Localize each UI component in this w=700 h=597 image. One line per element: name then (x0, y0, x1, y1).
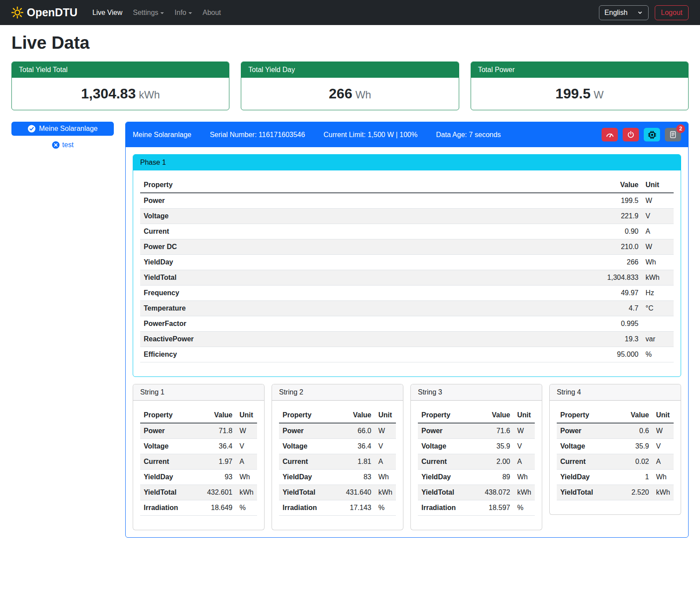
table-header-row: Property Value Unit (557, 408, 674, 423)
column-header-value: Value (341, 408, 375, 423)
summary-cards: Total Yield Total 1,304.83kWh Total Yiel… (11, 62, 689, 110)
property-value: 95.000 (585, 347, 642, 362)
property-unit: Wh (642, 255, 674, 270)
property-name: Current (140, 224, 585, 239)
table-row: Power 0.6 W (557, 423, 674, 439)
table-row: Irradiation 18.597 % (418, 500, 535, 516)
string-card-title: String 3 (411, 384, 542, 401)
property-name: Current (557, 454, 618, 470)
summary-card-value: 199.5 (555, 86, 591, 101)
column-header-property: Property (279, 408, 341, 423)
caret-down-icon (160, 12, 164, 14)
property-value: 89 (479, 470, 514, 485)
property-unit: kWh (653, 485, 674, 500)
property-value: 49.97 (585, 286, 642, 301)
summary-card-value: 266 (329, 86, 352, 101)
logout-button[interactable]: Logout (655, 5, 689, 20)
property-value: 71.6 (479, 423, 514, 439)
property-unit: kWh (375, 485, 396, 500)
nav-live-view[interactable]: Live View (88, 5, 127, 20)
column-header-unit: Unit (236, 408, 257, 423)
page-title: Live Data (11, 33, 689, 53)
property-name: Power DC (140, 239, 585, 255)
property-value: 1,304.833 (585, 270, 642, 286)
summary-card-total-yield-day: Total Yield Day 266Wh (241, 62, 459, 110)
property-unit: V (653, 439, 674, 454)
limit-settings-button[interactable] (602, 128, 618, 141)
property-value: 1.97 (202, 454, 236, 470)
property-unit: % (236, 500, 257, 516)
property-name: YieldDay (140, 470, 202, 485)
inverter-card: Meine Solaranlage Serial Number: 1161716… (125, 122, 689, 538)
power-button[interactable] (623, 128, 639, 141)
property-value: 1 (618, 470, 653, 485)
phase-table: Property Value Unit Power (140, 177, 674, 362)
property-unit: A (236, 454, 257, 470)
property-unit: W (642, 239, 674, 255)
property-value: 66.0 (341, 423, 375, 439)
language-selected-label: English (605, 9, 627, 17)
property-unit: W (514, 423, 535, 439)
journal-icon (669, 131, 677, 138)
inverter-select-test[interactable]: test (11, 141, 114, 149)
property-unit: Wh (653, 470, 674, 485)
table-row: Power DC 210.0 W (140, 239, 674, 255)
phase-card: Phase 1 Property Value Unit (133, 154, 681, 377)
language-select[interactable]: English (599, 5, 649, 20)
table-row: YieldTotal 2.520 kWh (557, 485, 674, 500)
property-value: 0.6 (618, 423, 653, 439)
device-info-button[interactable] (644, 128, 660, 141)
summary-card-unit: W (594, 89, 604, 101)
property-name: Current (140, 454, 202, 470)
column-header-unit: Unit (653, 408, 674, 423)
property-value: 1.81 (341, 454, 375, 470)
table-row: Temperature 4.7 °C (140, 301, 674, 316)
event-count-badge: 2 (676, 124, 685, 133)
property-unit: V (642, 209, 674, 224)
property-value: 199.5 (585, 193, 642, 209)
property-name: Power (418, 423, 479, 439)
table-row: YieldDay 266 Wh (140, 255, 674, 270)
property-name: Voltage (140, 439, 202, 454)
table-row: PowerFactor 0.995 (140, 316, 674, 332)
property-value: 210.0 (585, 239, 642, 255)
sun-icon (11, 7, 23, 18)
inverter-sidebar: Meine Solaranlage test (11, 122, 114, 149)
property-name: ReactivePower (140, 332, 585, 347)
property-name: YieldDay (279, 470, 341, 485)
inverter-serial: Serial Number: 116171603546 (210, 131, 305, 139)
brand-link[interactable]: OpenDTU (11, 6, 77, 19)
string-card-2: String 2 Property Value Unit (272, 384, 403, 530)
property-unit: % (642, 347, 674, 362)
table-row: YieldDay 93 Wh (140, 470, 257, 485)
property-unit: W (375, 423, 396, 439)
nav-about[interactable]: About (198, 5, 225, 20)
property-name: Voltage (279, 439, 341, 454)
property-name: YieldTotal (140, 485, 202, 500)
property-unit: Wh (236, 470, 257, 485)
table-row: Current 1.81 A (279, 454, 396, 470)
property-value: 93 (202, 470, 236, 485)
event-log-button[interactable]: 2 (665, 128, 681, 141)
column-header-unit: Unit (642, 177, 674, 193)
property-value: 2.00 (479, 454, 514, 470)
property-unit: A (642, 224, 674, 239)
column-header-unit: Unit (375, 408, 396, 423)
property-name: PowerFactor (140, 316, 585, 332)
table-row: Power 66.0 W (279, 423, 396, 439)
table-row: YieldDay 1 Wh (557, 470, 674, 485)
property-unit: var (642, 332, 674, 347)
inverter-select-meine-solaranlage[interactable]: Meine Solaranlage (11, 122, 114, 136)
table-row: Voltage 36.4 V (140, 439, 257, 454)
inverter-data-age: Data Age: 7 seconds (436, 131, 501, 139)
property-value: 431.640 (341, 485, 375, 500)
table-row: Irradiation 18.649 % (140, 500, 257, 516)
nav-settings-dropdown[interactable]: Settings (128, 5, 168, 20)
property-unit (642, 316, 674, 332)
table-row: YieldDay 83 Wh (279, 470, 396, 485)
string-card-1: String 1 Property Value Unit (133, 384, 265, 530)
table-row: ReactivePower 19.3 var (140, 332, 674, 347)
nav-info-dropdown[interactable]: Info (170, 5, 196, 20)
top-navbar: OpenDTU Live View Settings Info About En… (0, 0, 700, 25)
table-row: Current 0.02 A (557, 454, 674, 470)
